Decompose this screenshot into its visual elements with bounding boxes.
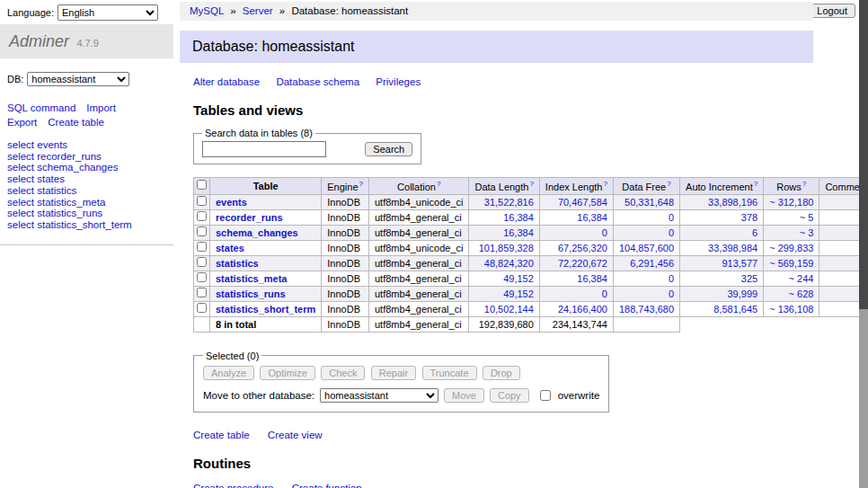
index-length-link[interactable]: 72,220,672 bbox=[558, 258, 607, 269]
rows-link[interactable]: ~ 136,108 bbox=[769, 304, 813, 315]
sidebar-item-select-statistics[interactable]: select statistics bbox=[7, 185, 173, 197]
column-header-data-length[interactable]: Data Length? bbox=[469, 178, 539, 195]
table-name-link[interactable]: statistics_short_term bbox=[216, 304, 315, 315]
database-schema-link[interactable]: Database schema bbox=[276, 76, 359, 87]
index-length-link[interactable]: 0 bbox=[602, 227, 607, 238]
overwrite-label[interactable]: overwrite bbox=[558, 390, 600, 401]
breadcrumb-mysql-link[interactable]: MySQL bbox=[190, 5, 224, 16]
table-name-link[interactable]: schema_changes bbox=[216, 227, 298, 238]
data-free-link[interactable]: 50,331,648 bbox=[624, 197, 674, 208]
help-link[interactable]: ? bbox=[754, 180, 757, 188]
sidebar-item-select-schema-changes[interactable]: select schema_changes bbox=[7, 162, 173, 173]
table-name-link[interactable]: events bbox=[216, 197, 247, 208]
column-header-auto-increment[interactable]: Auto Increment? bbox=[680, 178, 764, 195]
help-link[interactable]: ? bbox=[603, 180, 607, 188]
db-select[interactable]: homeassistant bbox=[27, 72, 129, 86]
breadcrumb-server-link[interactable]: Server bbox=[243, 5, 273, 16]
export-link[interactable]: Export bbox=[7, 117, 37, 128]
auto-increment-link[interactable]: 8,581,645 bbox=[713, 304, 757, 315]
auto-increment-link[interactable]: 913,577 bbox=[722, 258, 757, 269]
search-button[interactable]: Search bbox=[365, 142, 412, 156]
sidebar-item-select-statistics-meta[interactable]: select statistics_meta bbox=[7, 197, 173, 209]
data-length-link[interactable]: 49,152 bbox=[503, 288, 534, 299]
data-free-link[interactable]: 6,291,456 bbox=[630, 258, 674, 269]
column-header-table[interactable]: Table bbox=[210, 178, 322, 195]
auto-increment-link[interactable]: 33,398,984 bbox=[708, 243, 757, 253]
create-function-link[interactable]: Create function bbox=[292, 483, 362, 488]
table-name-link[interactable]: states bbox=[216, 243, 244, 253]
help-link[interactable]: ? bbox=[802, 180, 806, 188]
privileges-link[interactable]: Privileges bbox=[376, 76, 421, 87]
data-free-link[interactable]: 0 bbox=[669, 227, 674, 238]
row-checkbox[interactable] bbox=[197, 242, 207, 252]
sidebar-item-select-statistics-runs[interactable]: select statistics_runs bbox=[7, 208, 173, 219]
column-header-index-length[interactable]: Index Length? bbox=[539, 178, 613, 195]
row-checkbox[interactable] bbox=[197, 211, 207, 221]
data-free-link[interactable]: 104,857,600 bbox=[619, 243, 674, 253]
column-header-data-free[interactable]: Data Free? bbox=[613, 178, 679, 195]
data-length-link[interactable]: 49,152 bbox=[503, 273, 534, 284]
move-database-select[interactable]: homeassistant bbox=[320, 388, 438, 403]
create-view-link[interactable]: Create view bbox=[268, 430, 323, 440]
move-button[interactable]: Move bbox=[444, 388, 484, 403]
auto-increment-link[interactable]: 325 bbox=[741, 273, 757, 284]
create-procedure-link[interactable]: Create procedure bbox=[193, 483, 274, 488]
data-length-link[interactable]: 16,384 bbox=[503, 227, 534, 238]
help-link[interactable]: ? bbox=[667, 180, 670, 188]
data-free-link[interactable]: 0 bbox=[669, 288, 674, 299]
data-length-link[interactable]: 10,502,144 bbox=[484, 304, 534, 315]
auto-increment-link[interactable]: 6 bbox=[752, 227, 757, 238]
rows-link[interactable]: ~ 628 bbox=[789, 288, 814, 299]
column-header-collation[interactable]: Collation? bbox=[369, 178, 469, 195]
data-free-link[interactable]: 0 bbox=[669, 273, 674, 284]
row-checkbox[interactable] bbox=[197, 226, 207, 236]
sidebar-item-select-statistics-short-term[interactable]: select statistics_short_term bbox=[7, 219, 173, 231]
alter-database-link[interactable]: Alter database bbox=[193, 76, 260, 87]
logout-button[interactable]: Logout bbox=[809, 4, 855, 18]
auto-increment-link[interactable]: 39,999 bbox=[728, 288, 758, 299]
table-name-link[interactable]: statistics_meta bbox=[216, 273, 288, 284]
select-all-checkbox[interactable] bbox=[197, 180, 207, 190]
column-header-rows[interactable]: Rows? bbox=[764, 178, 819, 195]
data-length-link[interactable]: 31,522,816 bbox=[484, 197, 534, 208]
data-free-link[interactable]: 188,743,680 bbox=[619, 304, 674, 315]
help-link[interactable]: ? bbox=[359, 180, 363, 188]
row-checkbox[interactable] bbox=[197, 257, 207, 267]
index-length-link[interactable]: 0 bbox=[602, 288, 607, 299]
check-button[interactable]: Check bbox=[321, 366, 365, 380]
data-length-link[interactable]: 16,384 bbox=[503, 212, 534, 223]
create-table-sidebar-link[interactable]: Create table bbox=[48, 117, 104, 128]
rows-link[interactable]: ~ 3 bbox=[800, 227, 814, 238]
row-checkbox[interactable] bbox=[197, 288, 207, 297]
search-input[interactable] bbox=[202, 141, 326, 157]
sql-command-link[interactable]: SQL command bbox=[7, 102, 75, 113]
row-checkbox[interactable] bbox=[197, 303, 207, 313]
sidebar-item-select-events[interactable]: select events bbox=[7, 139, 173, 151]
row-checkbox[interactable] bbox=[197, 272, 207, 282]
index-length-link[interactable]: 67,256,320 bbox=[558, 243, 607, 253]
table-name-link[interactable]: statistics_runs bbox=[216, 288, 286, 299]
table-name-link[interactable]: recorder_runs bbox=[216, 212, 283, 223]
rows-link[interactable]: ~ 569,159 bbox=[769, 258, 813, 269]
table-name-link[interactable]: statistics bbox=[216, 258, 259, 269]
optimize-button[interactable]: Optimize bbox=[260, 366, 314, 380]
overwrite-checkbox[interactable] bbox=[540, 390, 551, 401]
scrollbar-thumb[interactable] bbox=[859, 0, 868, 309]
truncate-button[interactable]: Truncate bbox=[422, 366, 477, 380]
column-header-engine[interactable]: Engine? bbox=[322, 178, 369, 195]
vertical-scrollbar[interactable] bbox=[859, 0, 868, 488]
sidebar-item-select-states[interactable]: select states bbox=[7, 173, 173, 185]
rows-link[interactable]: ~ 312,180 bbox=[769, 197, 813, 208]
language-select[interactable]: English bbox=[58, 4, 158, 21]
rows-link[interactable]: ~ 299,833 bbox=[769, 243, 813, 253]
repair-button[interactable]: Repair bbox=[371, 366, 416, 380]
index-length-link[interactable]: 16,384 bbox=[577, 273, 607, 284]
help-link[interactable]: ? bbox=[437, 180, 440, 188]
import-link[interactable]: Import bbox=[86, 102, 116, 113]
row-checkbox[interactable] bbox=[197, 196, 207, 206]
drop-button[interactable]: Drop bbox=[483, 366, 520, 380]
index-length-link[interactable]: 24,166,400 bbox=[558, 304, 607, 315]
index-length-link[interactable]: 70,467,584 bbox=[558, 197, 607, 208]
rows-link[interactable]: ~ 244 bbox=[789, 273, 814, 284]
data-length-link[interactable]: 101,859,328 bbox=[479, 243, 534, 253]
